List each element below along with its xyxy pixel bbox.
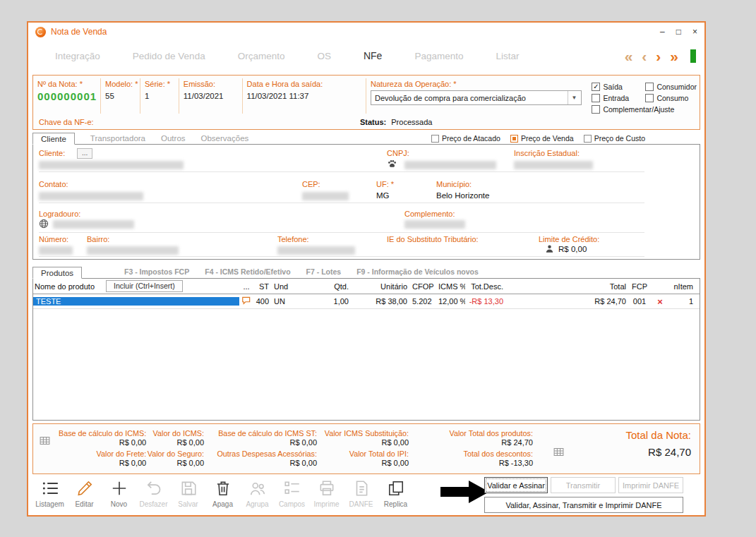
comment-icon[interactable] — [239, 296, 253, 307]
record-first-icon[interactable]: « — [625, 49, 633, 64]
total-label: Valor Total dos produtos: — [450, 429, 533, 438]
contato-value-redacted[interactable] — [39, 192, 143, 200]
nav-tab-listar[interactable]: Listar — [496, 51, 519, 61]
nav-tab-pedido-de-venda[interactable]: Pedido de Venda — [133, 51, 205, 61]
total-label: Valor Total do IPI: — [349, 449, 409, 458]
checkbox-consumidor[interactable]: Consumidor — [645, 81, 697, 92]
toolbar-editar-label: Editar — [75, 500, 93, 508]
cnpj-value-redacted[interactable] — [404, 161, 496, 169]
delete-row-icon[interactable]: × — [657, 297, 663, 306]
modelo-value[interactable]: 55 — [105, 92, 136, 100]
checkbox-entrada-box — [592, 94, 600, 102]
cliente-value-redacted[interactable] — [39, 161, 184, 169]
product-row[interactable]: TESTE 400 UN 1,00 R$ 38,00 5.202 12,00 %… — [33, 294, 700, 309]
complemento-value-redacted[interactable] — [404, 220, 465, 229]
list-icon — [41, 479, 59, 497]
checkbox-complementar-label: Complementar/Ajuste — [603, 105, 674, 114]
inscricao-estadual-value-redacted[interactable] — [514, 161, 593, 169]
nav-tab-os[interactable]: OS — [317, 51, 331, 61]
undo-icon — [145, 479, 163, 497]
toolbar-desfazer: Desfazer — [136, 477, 171, 508]
record-last-icon[interactable]: » — [670, 49, 678, 64]
totals-panel: Base de cálculo do ICMS: R$ 0,00 Valor d… — [32, 423, 700, 474]
tab-cliente[interactable]: Cliente — [32, 133, 75, 145]
serie-value[interactable]: 1 — [145, 92, 174, 100]
toolbar-listagem[interactable]: Listagem — [32, 477, 67, 508]
nav-tab-nfe[interactable]: NFe — [364, 50, 382, 61]
checkbox-consumo[interactable]: Consumo — [645, 92, 697, 104]
telefone-value-redacted[interactable] — [277, 246, 355, 255]
data-hora-saida-value[interactable]: 11/03/2021 11:37 — [247, 92, 361, 100]
client-browse-button[interactable]: ... — [77, 148, 92, 159]
checkbox-saida[interactable]: ✓ Saída — [592, 81, 642, 92]
fkey-f9-label[interactable]: F9 - Informação de Veículos novos — [356, 267, 479, 276]
trash-icon — [214, 479, 232, 497]
radio-preco-atacado[interactable]: Preço de Atacado — [431, 134, 500, 143]
emissao-value[interactable]: 11/03/2021 — [184, 92, 238, 100]
product-name-cell[interactable]: TESTE — [33, 297, 239, 306]
checkbox-entrada[interactable]: Entrada — [592, 92, 642, 104]
col-unitario-header: Unitário — [352, 282, 409, 291]
radio-preco-atacado-label: Preço de Atacado — [442, 134, 500, 143]
municipio-label: Município: — [436, 180, 472, 188]
tab-produtos[interactable]: Produtos — [32, 267, 82, 279]
emissao-label: Emissão: — [184, 80, 238, 88]
field-underline — [39, 232, 644, 233]
toolbar-imprime: Imprime — [309, 477, 344, 508]
natureza-operacao-label: Natureza da Operação: * — [371, 80, 582, 88]
validar-tudo-button[interactable]: Validar, Assinar, Transmitir e Imprimir … — [484, 497, 683, 513]
minimize-button[interactable]: – — [660, 27, 665, 37]
toolbar-replica[interactable]: Replica — [378, 477, 413, 508]
toolbar-editar[interactable]: Editar — [67, 477, 102, 508]
transmitir-button: Transmitir — [551, 477, 616, 493]
uf-value[interactable]: MG — [376, 191, 390, 200]
contato-label: Contato: — [39, 180, 68, 188]
app-logo-icon — [35, 27, 46, 37]
total-value: R$ 0,00 — [176, 438, 204, 447]
close-button[interactable]: × — [692, 27, 697, 37]
checkbox-consumidor-box — [645, 83, 654, 91]
radio-preco-custo[interactable]: Preço de Custo — [584, 134, 645, 143]
validar-assinar-button[interactable]: Validar e Assinar — [484, 477, 548, 493]
numero-value-redacted[interactable] — [39, 246, 73, 255]
checkbox-complementar-box — [592, 105, 600, 114]
checkbox-consumidor-label: Consumidor — [656, 83, 697, 91]
nav-tab-integracao[interactable]: Integração — [55, 51, 100, 61]
total-value: R$ 24,70 — [501, 438, 533, 447]
tab-transportadora[interactable]: Transportadora — [90, 134, 145, 144]
chave-nfe-label: Chave da NF-e: — [39, 118, 360, 126]
tab-outros[interactable]: Outros — [161, 134, 186, 144]
natureza-operacao-select[interactable]: Devolução de compra para comercialização… — [371, 90, 582, 105]
fkey-f7-label[interactable]: F7 - Lotes — [306, 267, 342, 276]
nav-bar: Integração Pedido de Venda Orçamento OS … — [28, 41, 704, 71]
cep-value-redacted[interactable] — [302, 192, 349, 200]
fkey-f4-label[interactable]: F4 - ICMS Retido/Efetivo — [205, 267, 290, 276]
record-next-icon[interactable]: › — [656, 49, 661, 64]
fkey-f3-label[interactable]: F3 - Impostos FCP — [124, 267, 189, 276]
chevron-down-icon[interactable]: ▼ — [568, 91, 580, 104]
record-prev-icon[interactable]: ‹ — [642, 49, 647, 64]
logradouro-label: Logradouro: — [39, 210, 80, 218]
nav-tab-orcamento[interactable]: Orçamento — [238, 51, 285, 61]
status-indicator — [690, 49, 696, 63]
ledger-grid-icon — [39, 435, 56, 448]
maximize-button[interactable]: □ — [676, 27, 681, 37]
nav-tab-pagamento[interactable]: Pagamento — [414, 51, 463, 61]
checkbox-complementar-ajuste[interactable]: Complementar/Ajuste — [592, 104, 697, 115]
municipio-value[interactable]: Belo Horizonte — [436, 191, 489, 200]
toolbar-novo[interactable]: Novo — [102, 477, 136, 508]
col-total-header: Total — [567, 282, 628, 291]
incluir-button[interactable]: Incluir (Ctrl+Insert) — [106, 280, 183, 292]
col-fcp-header: FCP — [628, 282, 652, 291]
window-title: Nota de Venda — [51, 27, 107, 37]
nota-number[interactable]: 000000001 — [37, 90, 96, 102]
toolbar-apaga[interactable]: Apaga — [205, 477, 240, 508]
modelo-label: Modelo: * — [105, 80, 136, 88]
tab-observacoes[interactable]: Observações — [201, 134, 249, 144]
radio-preco-venda[interactable]: Preço de Venda — [510, 134, 574, 143]
logradouro-value-redacted[interactable] — [53, 220, 134, 229]
col-totdesc-header: Tot.Desc. — [465, 282, 505, 291]
note-header-panel: Nº da Nota: * 000000001 Modelo: * 55 Sér… — [32, 75, 700, 130]
bairro-value-redacted[interactable] — [87, 246, 179, 255]
client-tabs: Cliente Transportadora Outros Observaçõe… — [32, 131, 700, 144]
